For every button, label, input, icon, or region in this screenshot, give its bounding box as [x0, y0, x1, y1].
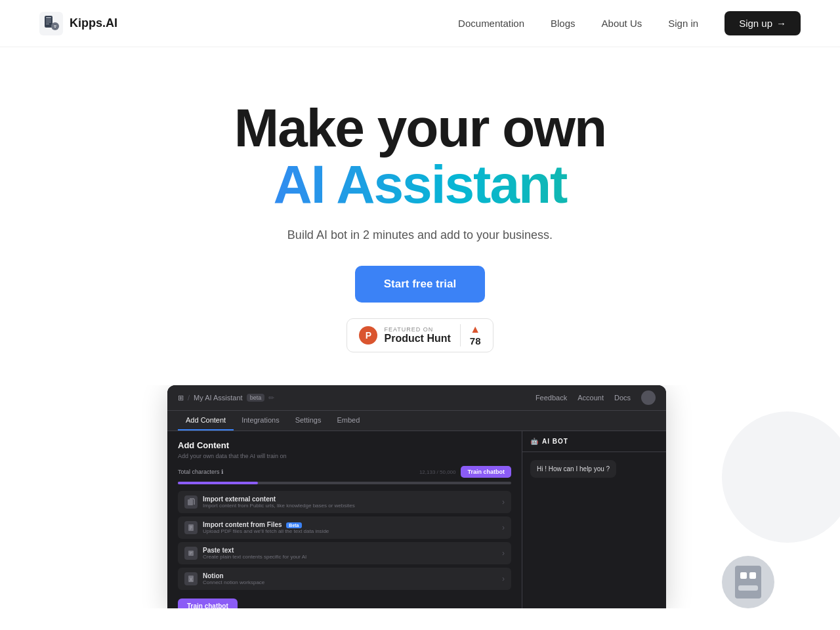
- decorative-blob-right: [722, 411, 840, 543]
- app-breadcrumb: ⊞ / My AI Assistant beta ✏: [178, 394, 274, 402]
- content-item-notion[interactable]: Notion Connect notion workspace ›: [178, 568, 511, 590]
- product-hunt-name: Product Hunt: [384, 333, 450, 345]
- hero-title-line1: Make your own: [234, 100, 606, 156]
- tab-add-content[interactable]: Add Content: [178, 411, 234, 430]
- app-topbar-actions: Feedback Account Docs: [536, 390, 656, 405]
- paste-title: Paste text: [203, 547, 306, 554]
- product-hunt-featured-label: FEATURED ON: [384, 326, 433, 333]
- files-arrow-icon: ›: [502, 523, 505, 532]
- breadcrumb-edit-icon[interactable]: ✏: [268, 394, 274, 402]
- svg-rect-9: [735, 566, 761, 598]
- panel-title: Add Content: [178, 440, 511, 450]
- robot-icon: [722, 556, 774, 608]
- hero-subtitle: Build AI bot in 2 minutes and add to you…: [287, 228, 553, 242]
- stats-label: Total characters ℹ: [178, 469, 223, 475]
- topbar-feedback[interactable]: Feedback: [536, 394, 567, 402]
- nav-blogs[interactable]: Blogs: [551, 18, 576, 29]
- notion-desc: Connect notion workspace: [203, 579, 264, 585]
- logo-text: Kipps.AI: [70, 16, 117, 30]
- svg-rect-12: [738, 585, 758, 591]
- paste-desc: Create plain text contents specific for …: [203, 554, 306, 560]
- svg-rect-2: [46, 17, 51, 18]
- app-tabs: Add Content Integrations Settings Embed: [167, 411, 666, 431]
- progress-bar: [178, 482, 511, 484]
- beta-badge: beta: [247, 394, 265, 402]
- train-chatbot-top-button[interactable]: Train chatbot: [461, 466, 511, 478]
- external-content-title: Import external content: [203, 495, 355, 503]
- breadcrumb-separator: /: [188, 394, 190, 402]
- breadcrumb-page: My AI Assistant: [194, 394, 243, 402]
- tab-settings[interactable]: Settings: [287, 411, 329, 430]
- svg-rect-10: [740, 572, 747, 579]
- left-panel: Add Content Add your own data that the A…: [167, 431, 522, 608]
- app-topbar: ⊞ / My AI Assistant beta ✏ Feedback Acco…: [167, 385, 666, 411]
- hero-title-line2: AI Assistant: [234, 156, 606, 213]
- svg-rect-16: [188, 576, 194, 582]
- content-item-paste[interactable]: Paste text Create plain text contents sp…: [178, 542, 511, 564]
- notion-icon: [184, 572, 198, 585]
- external-content-desc: Import content from Public urls, like kn…: [203, 503, 355, 509]
- user-avatar[interactable]: [641, 390, 656, 405]
- svg-rect-8: [54, 27, 56, 28]
- chat-header: 🤖 AI BOT: [522, 431, 666, 452]
- stats-value: 12,133 / 50,000: [419, 469, 456, 475]
- svg-rect-11: [749, 572, 756, 579]
- app-body: Add Content Add your own data that the A…: [167, 431, 666, 608]
- external-content-arrow-icon: ›: [502, 497, 505, 507]
- start-free-trial-button[interactable]: Start free trial: [355, 266, 486, 303]
- paste-icon: [184, 547, 198, 560]
- panel-subtitle: Add your own data that the AI will train…: [178, 453, 511, 459]
- hero-section: Make your own AI Assistant Build AI bot …: [0, 47, 840, 352]
- breadcrumb-home-icon: ⊞: [178, 394, 184, 402]
- signup-arrow: →: [776, 18, 786, 29]
- topbar-docs[interactable]: Docs: [614, 394, 631, 402]
- nav-about-us[interactable]: About Us: [602, 18, 642, 29]
- beta-label: Beta: [286, 522, 301, 528]
- files-icon: [184, 521, 198, 534]
- signup-button[interactable]: Sign up →: [724, 11, 801, 35]
- signup-label: Sign up: [739, 18, 772, 29]
- svg-rect-4: [46, 22, 51, 22]
- svg-rect-7: [54, 26, 56, 26]
- upvote-arrow-icon: ▲: [470, 324, 480, 335]
- chat-title: AI BOT: [542, 438, 568, 445]
- product-hunt-badge[interactable]: P FEATURED ON Product Hunt ▲ 78: [346, 318, 493, 352]
- tab-integrations[interactable]: Integrations: [234, 411, 287, 430]
- svg-rect-5: [46, 24, 49, 24]
- navbar: Kipps.AI Documentation Blogs About Us Si…: [0, 0, 840, 47]
- app-window: ⊞ / My AI Assistant beta ✏ Feedback Acco…: [167, 385, 666, 608]
- tab-embed[interactable]: Embed: [329, 411, 368, 430]
- chat-body: Hi ! How can I help you ?: [522, 452, 666, 608]
- logo-icon: [39, 12, 63, 35]
- content-item-external[interactable]: Import external content Import content f…: [178, 491, 511, 513]
- nav-links: Documentation Blogs About Us Sign in Sig…: [458, 11, 801, 35]
- content-item-files[interactable]: Import content from Files Beta Upload PD…: [178, 516, 511, 539]
- notion-arrow-icon: ›: [502, 574, 505, 583]
- progress-bar-fill: [178, 482, 258, 484]
- external-content-icon: [184, 495, 198, 509]
- nav-documentation[interactable]: Documentation: [458, 18, 524, 29]
- logo-link[interactable]: Kipps.AI: [39, 12, 117, 35]
- paste-arrow-icon: ›: [502, 549, 505, 558]
- svg-rect-13: [188, 499, 193, 505]
- notion-title: Notion: [203, 572, 264, 579]
- chat-bubble: Hi ! How can I help you ?: [530, 460, 616, 478]
- hero-title: Make your own AI Assistant: [234, 100, 606, 213]
- train-chatbot-bottom-button[interactable]: Train chatbot: [178, 598, 238, 608]
- nav-sign-in[interactable]: Sign in: [668, 18, 698, 29]
- vote-count: 78: [470, 335, 481, 346]
- product-hunt-votes: ▲ 78: [460, 324, 481, 346]
- screenshot-area: ⊞ / My AI Assistant beta ✏ Feedback Acco…: [0, 385, 840, 608]
- svg-rect-3: [46, 20, 51, 20]
- svg-rect-15: [188, 551, 194, 556]
- stats-row: Total characters ℹ 12,133 / 50,000 Train…: [178, 466, 511, 478]
- files-desc: Upload PDF files and we'll fetch all the…: [203, 528, 329, 534]
- product-hunt-text: FEATURED ON Product Hunt: [384, 326, 450, 345]
- bot-icon: 🤖: [530, 438, 538, 445]
- right-panel: 🤖 AI BOT Hi ! How can I help you ?: [522, 431, 666, 608]
- product-hunt-logo: P: [359, 326, 377, 345]
- decorative-blob-right-bottom: [722, 556, 774, 608]
- topbar-account[interactable]: Account: [578, 394, 604, 402]
- files-title: Import content from Files: [203, 521, 282, 528]
